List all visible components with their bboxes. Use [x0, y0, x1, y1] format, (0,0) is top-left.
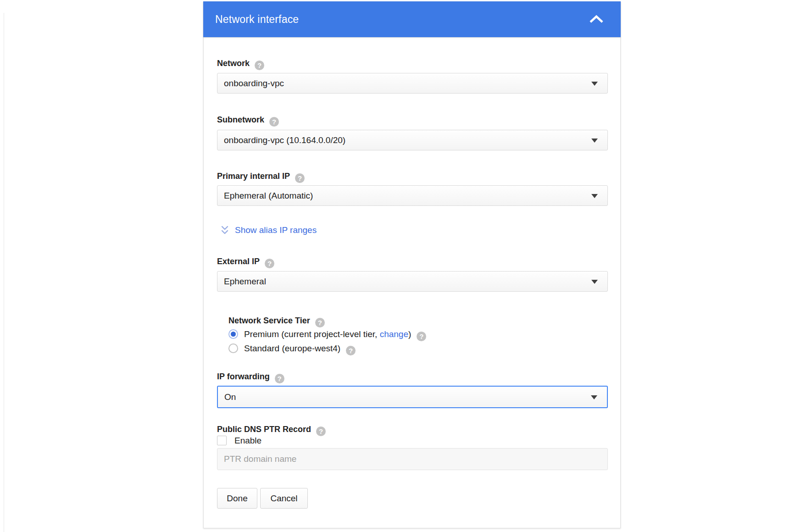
- radio-selected-icon[interactable]: [228, 329, 238, 339]
- ip-forwarding-select-value: On: [224, 387, 236, 407]
- cancel-button[interactable]: Cancel: [260, 488, 308, 509]
- network-select-value: onboarding-vpc: [224, 73, 284, 93]
- network-service-tier-label: Network Service Tier: [228, 315, 325, 326]
- chevron-up-icon[interactable]: [589, 15, 604, 24]
- help-icon[interactable]: [295, 173, 305, 183]
- help-icon[interactable]: [265, 259, 274, 268]
- panel-title: Network interface: [215, 1, 299, 37]
- network-select[interactable]: onboarding-vpc: [217, 73, 608, 94]
- primary-internal-ip-select[interactable]: Ephemeral (Automatic): [217, 185, 608, 206]
- enable-ptr-label: Enable: [234, 436, 261, 445]
- radio-unselected-icon[interactable]: [228, 344, 238, 353]
- standard-tier-radio-option[interactable]: Standard (europe-west4): [228, 342, 356, 355]
- dropdown-arrow-icon: [591, 194, 598, 198]
- external-ip-label: External IP: [217, 256, 274, 267]
- primary-internal-ip-label: Primary internal IP: [217, 171, 305, 182]
- standard-tier-label: Standard (europe-west4): [244, 344, 340, 353]
- help-icon[interactable]: [275, 374, 284, 383]
- subnetwork-select[interactable]: onboarding-vpc (10.164.0.0/20): [217, 130, 608, 150]
- done-button[interactable]: Done: [217, 488, 257, 509]
- network-label: Network: [217, 58, 264, 69]
- primary-internal-ip-select-value: Ephemeral (Automatic): [224, 186, 313, 205]
- checkbox-unchecked-icon[interactable]: [217, 436, 227, 445]
- enable-ptr-checkbox-row[interactable]: Enable: [217, 435, 261, 447]
- ptr-domain-name-input[interactable]: [217, 448, 608, 470]
- dropdown-arrow-icon: [591, 395, 597, 399]
- help-icon[interactable]: [316, 427, 326, 436]
- dropdown-arrow-icon: [591, 82, 598, 86]
- dropdown-arrow-icon: [591, 139, 598, 143]
- help-icon[interactable]: [269, 117, 279, 127]
- dropdown-arrow-icon: [591, 280, 598, 284]
- help-icon[interactable]: [417, 332, 426, 341]
- public-dns-ptr-label: Public DNS PTR Record: [217, 424, 326, 435]
- change-tier-link[interactable]: change: [380, 329, 408, 339]
- help-icon[interactable]: [255, 61, 264, 70]
- page-edge-divider: [4, 13, 4, 532]
- panel-header: Network interface: [203, 1, 621, 37]
- double-chevron-down-icon: [221, 225, 229, 235]
- external-ip-select[interactable]: Ephemeral: [217, 271, 608, 292]
- help-icon[interactable]: [315, 318, 325, 327]
- show-alias-ip-ranges-link[interactable]: Show alias IP ranges: [221, 224, 317, 237]
- subnetwork-select-value: onboarding-vpc (10.164.0.0/20): [224, 130, 345, 150]
- ip-forwarding-label: IP forwarding: [217, 371, 284, 382]
- subnetwork-label: Subnetwork: [217, 114, 279, 125]
- ip-forwarding-select[interactable]: On: [217, 386, 608, 408]
- external-ip-select-value: Ephemeral: [224, 272, 266, 291]
- premium-tier-label: Premium (current project-level tier,: [244, 329, 380, 339]
- network-interface-panel: Network interface Network onboarding-vpc…: [203, 1, 621, 528]
- premium-tier-radio-option[interactable]: Premium (current project-level tier, cha…: [228, 328, 426, 341]
- help-icon[interactable]: [346, 346, 356, 355]
- show-alias-ip-ranges-label: Show alias IP ranges: [235, 225, 317, 235]
- premium-tier-label-suffix: ): [408, 329, 411, 339]
